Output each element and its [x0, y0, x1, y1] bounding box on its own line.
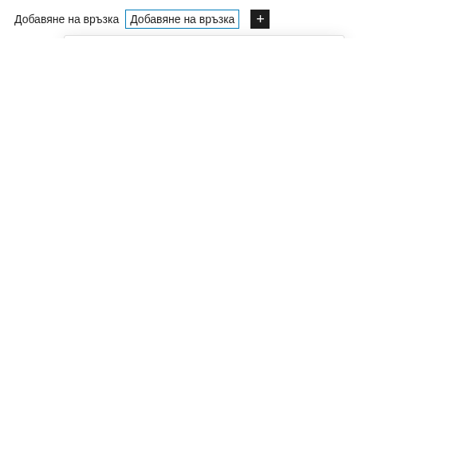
- add-block-button[interactable]: +: [250, 10, 270, 29]
- nav-link-placeholder-selected[interactable]: Добавяне на връзка: [125, 10, 239, 29]
- nav-placeholder-row: Добавяне на връзка Добавяне на връзка +: [10, 10, 439, 29]
- nav-link-placeholder[interactable]: Добавяне на връзка: [10, 10, 124, 29]
- link-popover: Наскоро обновени Sample Page wordpress-6…: [64, 35, 345, 38]
